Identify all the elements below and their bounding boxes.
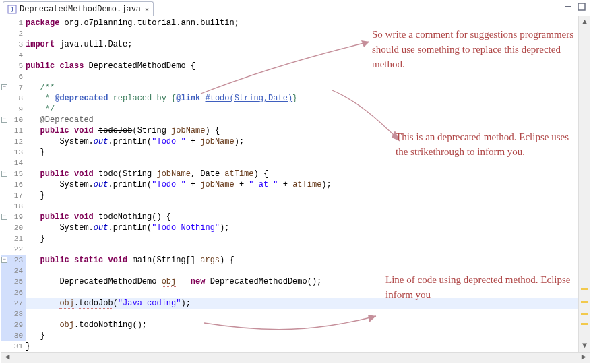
code-line[interactable]: } bbox=[26, 233, 578, 244]
tab-bar: J DeprecatedMethodDemo.java ✕ bbox=[1, 1, 590, 16]
maximize-icon[interactable] bbox=[578, 3, 586, 11]
line-number[interactable]: 21 bbox=[1, 233, 26, 244]
line-number[interactable]: 22 bbox=[1, 244, 26, 255]
line-number[interactable]: 18 bbox=[1, 201, 26, 212]
overview-ruler-mark[interactable] bbox=[581, 301, 588, 303]
code-line[interactable] bbox=[26, 28, 578, 39]
scroll-left-icon[interactable]: ◄ bbox=[3, 353, 12, 362]
svg-rect-2 bbox=[565, 6, 571, 7]
overview-ruler-mark[interactable] bbox=[581, 323, 588, 325]
code-line[interactable]: * @deprecated replaced by {@link #todo(S… bbox=[26, 93, 578, 104]
fold-toggle-icon[interactable]: − bbox=[1, 84, 7, 90]
code-line[interactable]: public static void main(String[] args) { bbox=[26, 255, 578, 266]
line-number[interactable]: 19− bbox=[1, 212, 26, 222]
line-number[interactable]: 5 bbox=[1, 61, 26, 71]
scroll-up-icon[interactable]: ▲ bbox=[579, 16, 590, 28]
code-line[interactable]: import java.util.Date; bbox=[26, 39, 578, 50]
code-line[interactable]: System.out.println("Todo " + jobName + "… bbox=[26, 179, 578, 190]
vertical-scrollbar[interactable]: ▲ ▼ bbox=[578, 16, 590, 351]
line-number[interactable]: 1 bbox=[1, 18, 26, 28]
view-toolbar bbox=[564, 3, 586, 11]
fold-toggle-icon[interactable]: − bbox=[1, 257, 7, 263]
minimize-icon[interactable] bbox=[564, 3, 572, 11]
code-line[interactable]: } bbox=[26, 341, 578, 351]
close-icon[interactable]: ✕ bbox=[145, 5, 149, 13]
line-number[interactable]: 29 bbox=[1, 320, 26, 330]
svg-text:J: J bbox=[11, 6, 13, 13]
line-number[interactable]: 20 bbox=[1, 222, 26, 233]
scroll-down-icon[interactable]: ▼ bbox=[579, 340, 590, 352]
line-number[interactable]: 28 bbox=[1, 309, 26, 320]
code-line[interactable] bbox=[26, 158, 578, 169]
line-number[interactable]: 6 bbox=[1, 71, 26, 82]
code-line[interactable]: public class DeprecatedMethodDemo { bbox=[26, 61, 578, 71]
line-number[interactable]: 9 bbox=[1, 104, 26, 115]
code-line[interactable]: @Deprecated bbox=[26, 115, 578, 125]
overview-ruler-mark[interactable] bbox=[581, 313, 588, 315]
code-line[interactable]: public void todo(String jobName, Date at… bbox=[26, 169, 578, 179]
line-number[interactable]: 25 bbox=[1, 276, 26, 287]
tab-filename: DeprecatedMethodDemo.java bbox=[20, 5, 141, 14]
line-number[interactable]: 11 bbox=[1, 125, 26, 136]
code-line[interactable]: DeprecatedMethodDemo obj = new Deprecate… bbox=[26, 276, 578, 287]
code-line[interactable]: public void todoJob(String jobName) { bbox=[26, 125, 578, 136]
line-number[interactable]: 24 bbox=[1, 266, 26, 276]
code-line[interactable] bbox=[26, 201, 578, 212]
code-line[interactable] bbox=[26, 50, 578, 61]
line-number[interactable]: 10− bbox=[1, 115, 26, 125]
line-number[interactable]: 27 bbox=[1, 298, 26, 309]
code-line[interactable]: package org.o7planning.tutorial.ann.buil… bbox=[26, 18, 578, 28]
code-line[interactable] bbox=[26, 287, 578, 298]
editor-tab-active[interactable]: J DeprecatedMethodDemo.java ✕ bbox=[3, 1, 154, 16]
code-line[interactable]: System.out.println("Todo Nothing"); bbox=[26, 222, 578, 233]
code-line[interactable]: public void todoNothing() { bbox=[26, 212, 578, 222]
line-number[interactable]: 31 bbox=[1, 341, 26, 351]
code-line[interactable]: } bbox=[26, 190, 578, 201]
svg-rect-3 bbox=[578, 3, 585, 10]
line-number[interactable]: 13 bbox=[1, 147, 26, 158]
line-number[interactable]: 23− bbox=[1, 255, 26, 266]
code-line[interactable]: */ bbox=[26, 104, 578, 115]
editor-body: 1234567−8910−1112131415−16171819−2021222… bbox=[1, 16, 590, 351]
scroll-right-icon[interactable]: ► bbox=[579, 353, 588, 362]
line-number[interactable]: 15− bbox=[1, 169, 26, 179]
code-line[interactable]: } bbox=[26, 147, 578, 158]
line-number[interactable]: 30 bbox=[1, 330, 26, 341]
code-line[interactable]: } bbox=[26, 330, 578, 341]
fold-toggle-icon[interactable]: − bbox=[1, 214, 7, 220]
line-number[interactable]: 16 bbox=[1, 179, 26, 190]
code-editor[interactable]: package org.o7planning.tutorial.ann.buil… bbox=[26, 16, 578, 351]
code-line[interactable] bbox=[26, 244, 578, 255]
line-number[interactable]: 17 bbox=[1, 190, 26, 201]
line-number[interactable]: 7− bbox=[1, 82, 26, 93]
code-line[interactable] bbox=[26, 71, 578, 82]
code-line[interactable] bbox=[26, 309, 578, 320]
line-number[interactable]: 2 bbox=[1, 28, 26, 39]
line-number[interactable]: 4 bbox=[1, 50, 26, 61]
line-number[interactable]: 8 bbox=[1, 93, 26, 104]
code-line[interactable]: System.out.println("Todo " + jobName); bbox=[26, 136, 578, 147]
line-number[interactable]: 12 bbox=[1, 136, 26, 147]
code-line[interactable]: obj.todoJob("Java coding"); bbox=[26, 298, 578, 309]
editor-window: J DeprecatedMethodDemo.java ✕ 1234567−89… bbox=[1, 1, 590, 363]
code-line[interactable]: obj.todoNothing(); bbox=[26, 320, 578, 330]
fold-toggle-icon[interactable]: − bbox=[1, 117, 7, 123]
java-file-icon: J bbox=[7, 5, 17, 14]
line-gutter[interactable]: 1234567−8910−1112131415−16171819−2021222… bbox=[1, 16, 26, 351]
line-number[interactable]: 26 bbox=[1, 287, 26, 298]
code-line[interactable]: /** bbox=[26, 82, 578, 93]
overview-ruler-mark[interactable] bbox=[581, 288, 588, 290]
code-line[interactable] bbox=[26, 266, 578, 276]
line-number[interactable]: 3 bbox=[1, 39, 26, 50]
line-number[interactable]: 14 bbox=[1, 158, 26, 169]
horizontal-scrollbar[interactable]: ◄ ► bbox=[1, 352, 590, 363]
fold-toggle-icon[interactable]: − bbox=[1, 171, 7, 177]
